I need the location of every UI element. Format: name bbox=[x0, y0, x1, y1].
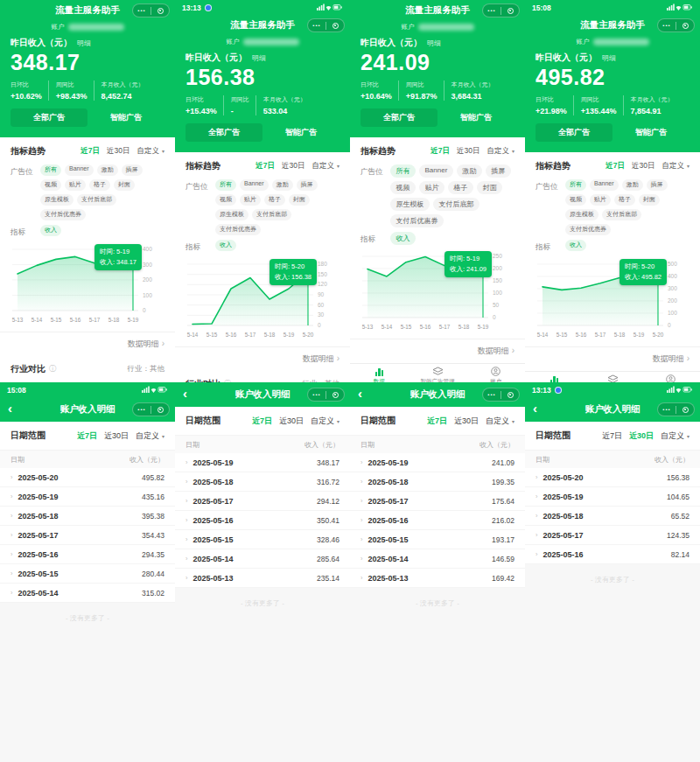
capsule-menu[interactable]: ••• bbox=[132, 3, 170, 17]
adslot-pill-6[interactable]: 贴片 bbox=[590, 194, 611, 206]
adslot-pill-8[interactable]: 封面 bbox=[639, 194, 660, 206]
range-30d[interactable]: 近30日 bbox=[457, 146, 480, 157]
minimize-icon[interactable] bbox=[151, 407, 169, 413]
adslot-pill-2[interactable]: Banner bbox=[65, 164, 94, 176]
adslot-pill-1[interactable]: 所有 bbox=[40, 164, 61, 176]
range-custom[interactable]: 自定义 bbox=[486, 416, 509, 427]
all-ads-button[interactable]: 全部广告 bbox=[10, 108, 88, 127]
income-row[interactable]: ›2025-05-13169.42 bbox=[350, 569, 525, 588]
adslot-pill-10[interactable]: 支付后底部 bbox=[433, 198, 480, 211]
range-7d[interactable]: 近7日 bbox=[427, 416, 447, 427]
more-icon[interactable]: ••• bbox=[658, 23, 676, 28]
industry-compare-row[interactable]: 行业对比 ⓘ 行业：其他 bbox=[175, 371, 350, 383]
adslot-pill-8[interactable]: 封面 bbox=[114, 179, 135, 191]
adslot-pill-1[interactable]: 所有 bbox=[565, 179, 586, 191]
account-row[interactable]: 账户 bbox=[0, 21, 175, 32]
income-row[interactable]: ›2025-05-15280.44 bbox=[0, 564, 175, 584]
range-7d[interactable]: 近7日 bbox=[602, 430, 622, 442]
range-custom[interactable]: 自定义 bbox=[662, 161, 684, 171]
capsule-menu[interactable]: ••• bbox=[657, 402, 695, 416]
smart-ads-button[interactable]: 智能广告 bbox=[612, 127, 690, 138]
data-detail-link[interactable]: 数据明细 › bbox=[175, 346, 350, 371]
adslot-pill-10[interactable]: 支付后底部 bbox=[77, 194, 116, 206]
metric-income-pill[interactable]: 收入 bbox=[565, 240, 586, 251]
minimize-icon[interactable] bbox=[676, 407, 694, 413]
income-row[interactable]: ›2025-05-15328.46 bbox=[175, 530, 350, 549]
minimize-icon[interactable] bbox=[501, 8, 519, 14]
more-icon[interactable]: ••• bbox=[133, 407, 150, 412]
metric-income-pill[interactable]: 收入 bbox=[40, 225, 61, 236]
all-ads-button[interactable]: 全部广告 bbox=[360, 108, 438, 127]
income-row[interactable]: ›2025-05-18316.72 bbox=[175, 472, 350, 492]
range-30d[interactable]: 近30日 bbox=[632, 161, 654, 171]
adslot-pill-6[interactable]: 贴片 bbox=[240, 194, 261, 206]
data-detail-link[interactable]: 数据明细 › bbox=[350, 339, 525, 363]
adslot-pill-1[interactable]: 所有 bbox=[390, 164, 416, 178]
account-row[interactable]: 账户 bbox=[175, 36, 350, 47]
minimize-icon[interactable] bbox=[676, 23, 694, 29]
adslot-pill-8[interactable]: 封面 bbox=[477, 181, 502, 194]
adslot-pill-11[interactable]: 支付后优惠券 bbox=[390, 214, 444, 227]
range-7d[interactable]: 近7日 bbox=[80, 146, 100, 157]
range-7d[interactable]: 近7日 bbox=[606, 161, 625, 171]
adslot-pill-9[interactable]: 原生模板 bbox=[390, 198, 430, 211]
smart-ads-button[interactable]: 智能广告 bbox=[262, 127, 340, 138]
adslot-pill-4[interactable]: 插屏 bbox=[122, 164, 143, 176]
detail-link[interactable]: 明细 bbox=[77, 38, 91, 48]
range-30d[interactable]: 近30日 bbox=[282, 161, 304, 171]
income-row[interactable]: ›2025-05-19348.17 bbox=[175, 453, 350, 472]
tab-smart-ads[interactable]: 智能广告管理 bbox=[584, 372, 642, 383]
adslot-pill-3[interactable]: 激励 bbox=[97, 164, 118, 176]
adslot-pill-4[interactable]: 插屏 bbox=[486, 164, 511, 178]
data-detail-link[interactable]: 数据明细 › bbox=[0, 332, 175, 356]
range-7d[interactable]: 近7日 bbox=[430, 146, 450, 157]
adslot-pill-3[interactable]: 激励 bbox=[457, 164, 482, 178]
income-row[interactable]: ›2025-05-18395.38 bbox=[0, 507, 175, 526]
range-7d[interactable]: 近7日 bbox=[252, 416, 272, 427]
industry-compare-row[interactable]: 行业对比 ⓘ 行业：其他 bbox=[0, 356, 175, 382]
range-7d[interactable]: 近7日 bbox=[77, 430, 97, 442]
capsule-menu[interactable]: ••• bbox=[482, 3, 520, 17]
income-row[interactable]: ›2025-05-15193.17 bbox=[350, 530, 525, 549]
adslot-pill-5[interactable]: 视频 bbox=[390, 181, 416, 194]
tab-account[interactable]: 账户 bbox=[466, 364, 525, 383]
more-icon[interactable]: ••• bbox=[133, 8, 150, 13]
adslot-pill-10[interactable]: 支付后底部 bbox=[602, 209, 641, 220]
adslot-pill-2[interactable]: Banner bbox=[240, 179, 269, 191]
income-row[interactable]: ›2025-05-13235.14 bbox=[175, 569, 350, 588]
adslot-pill-2[interactable]: Banner bbox=[590, 179, 619, 191]
tab-data[interactable]: 数据 bbox=[350, 364, 409, 383]
back-icon[interactable]: ‹ bbox=[8, 402, 12, 415]
capsule-menu[interactable]: ••• bbox=[657, 18, 695, 32]
income-row[interactable]: ›2025-05-14315.02 bbox=[0, 584, 175, 603]
tab-data[interactable]: 数据 bbox=[525, 372, 584, 383]
detail-link[interactable]: 明细 bbox=[602, 53, 616, 63]
more-icon[interactable]: ••• bbox=[308, 23, 326, 28]
range-7d[interactable]: 近7日 bbox=[256, 161, 275, 171]
income-row[interactable]: ›2025-05-18199.35 bbox=[350, 472, 525, 492]
more-icon[interactable]: ••• bbox=[483, 8, 500, 13]
income-row[interactable]: ›2025-05-20495.82 bbox=[0, 468, 175, 487]
account-row[interactable]: 账户 bbox=[525, 36, 700, 47]
all-ads-button[interactable]: 全部广告 bbox=[536, 123, 612, 142]
adslot-pill-7[interactable]: 格子 bbox=[448, 181, 473, 194]
income-row[interactable]: ›2025-05-19104.65 bbox=[525, 487, 700, 507]
adslot-pill-6[interactable]: 贴片 bbox=[419, 181, 444, 194]
income-row[interactable]: ›2025-05-20156.38 bbox=[525, 468, 700, 487]
income-row[interactable]: ›2025-05-14146.59 bbox=[350, 549, 525, 569]
adslot-pill-3[interactable]: 激励 bbox=[272, 179, 293, 191]
income-row[interactable]: ›2025-05-17294.12 bbox=[175, 492, 350, 511]
capsule-menu[interactable]: ••• bbox=[307, 388, 345, 402]
data-detail-link[interactable]: 数据明细 › bbox=[525, 346, 700, 371]
adslot-pill-3[interactable]: 激励 bbox=[622, 179, 643, 191]
more-icon[interactable]: ••• bbox=[658, 407, 676, 412]
smart-ads-button[interactable]: 智能广告 bbox=[88, 112, 164, 123]
income-row[interactable]: ›2025-05-17175.64 bbox=[350, 492, 525, 511]
back-icon[interactable]: ‹ bbox=[183, 387, 187, 400]
income-row[interactable]: ›2025-05-1682.14 bbox=[525, 545, 700, 564]
adslot-pill-7[interactable]: 格子 bbox=[89, 179, 110, 191]
metric-income-pill[interactable]: 收入 bbox=[390, 232, 416, 245]
adslot-pill-5[interactable]: 视频 bbox=[215, 194, 236, 206]
adslot-pill-11[interactable]: 支付后优惠券 bbox=[565, 224, 611, 235]
minimize-icon[interactable] bbox=[151, 8, 169, 14]
